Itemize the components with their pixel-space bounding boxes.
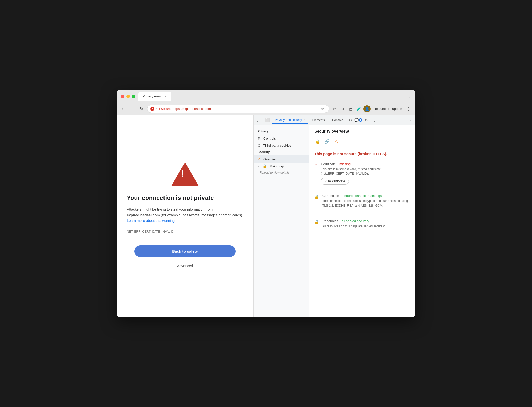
toolbar-icons: ✂ 🖨 ⬒ 🧪 👤 Relaunch to update ⋮	[331, 105, 412, 112]
navigation-bar: ← → ↻ ✕ Not Secure https://expired.badss…	[117, 103, 415, 115]
connection-body: Connection – secure connection settings …	[322, 194, 410, 210]
three-dot-menu-button[interactable]: ⋮	[405, 105, 412, 112]
certificate-status-link[interactable]: missing	[339, 162, 351, 166]
connection-dash: –	[340, 194, 343, 198]
tab-chevron-icon[interactable]: ⌄	[408, 94, 411, 98]
new-tab-button[interactable]: +	[173, 93, 180, 100]
security-warning-icon[interactable]: ⚠	[333, 138, 340, 145]
tab-console[interactable]: Console	[329, 117, 346, 123]
overview-nav-item[interactable]: ⚠ Overview	[254, 155, 309, 163]
devtools-left-panel: Privacy ⚙ Controls ⊙ Third-party cookies…	[254, 125, 309, 317]
resources-dash: –	[339, 219, 342, 223]
certificate-dash: –	[337, 162, 339, 166]
chat-badge: 1	[359, 118, 363, 122]
tab-privacy-label: Privacy and security	[275, 118, 302, 122]
tab-elements[interactable]: Elements	[309, 117, 328, 123]
back-to-safety-button[interactable]: Back to safety	[134, 245, 236, 257]
error-title: Your connection is not private	[127, 194, 243, 201]
controls-label: Controls	[263, 137, 276, 140]
devtools-panel: ⋮⋮ ⬜ Privacy and security × Elements Con…	[253, 115, 415, 317]
third-party-cookies-label: Third-party cookies	[263, 144, 291, 147]
print-icon[interactable]: 🖨	[339, 105, 346, 112]
third-party-cookies-nav-item[interactable]: ⊙ Third-party cookies	[254, 142, 309, 149]
certificate-title-text: Certificate	[321, 162, 336, 166]
connection-lock-icon: 🔒	[314, 194, 319, 210]
warning-triangle	[171, 162, 199, 186]
certificate-body: Certificate – missing This site is missi…	[321, 162, 410, 185]
cookies-icon: ⊙	[258, 143, 261, 147]
resources-body: Resources – all served securely All reso…	[322, 219, 410, 231]
avatar[interactable]: 👤	[363, 105, 371, 112]
error-page: Your connection is not private Attackers…	[117, 115, 253, 317]
security-link-icon[interactable]: 🔗	[323, 138, 331, 145]
tab-close-button[interactable]: ×	[163, 94, 167, 98]
forward-button[interactable]: →	[129, 105, 136, 112]
overview-warning-icon: ⚠	[258, 157, 261, 161]
error-desc-pre: Attackers might be trying to steal your …	[127, 207, 213, 211]
main-origin-chevron-icon: ▼	[258, 165, 260, 168]
security-icons-row: 🔒 🔗 ⚠	[314, 138, 410, 148]
devtools-device-icon[interactable]: ⬜	[264, 117, 271, 124]
privacy-section-label: Privacy	[254, 128, 309, 135]
not-secure-badge: ✕ Not Secure	[150, 107, 171, 111]
certificate-section: ⚠ Certificate – missing This site is mis…	[314, 162, 410, 185]
refresh-button[interactable]: ↻	[138, 105, 145, 112]
devtools-more-icon[interactable]: ⋮	[371, 117, 378, 124]
error-desc-bold: expired.badssl.com	[127, 213, 160, 217]
close-traffic-light[interactable]	[121, 95, 124, 98]
browser-tab[interactable]: Privacy error ×	[138, 92, 171, 101]
maximize-traffic-light[interactable]	[132, 95, 135, 98]
view-certificate-button[interactable]: View certificate	[321, 178, 349, 185]
main-origin-lock-icon: 🔒	[263, 164, 267, 168]
overview-label: Overview	[263, 157, 277, 161]
scissors-icon[interactable]: ✂	[331, 105, 338, 112]
tab-area: Privacy error × +	[138, 92, 405, 101]
connection-desc: The connection to this site is encrypted…	[322, 199, 410, 208]
browser-window: Privacy error × + ⌄ ← → ↻ ✕ Not Secure h…	[117, 90, 415, 317]
error-desc-mid: (for example, passwords, messages or cre…	[160, 213, 243, 217]
devtools-close-button[interactable]: ×	[407, 117, 413, 123]
traffic-lights	[121, 95, 135, 98]
minimize-traffic-light[interactable]	[126, 95, 130, 98]
certificate-desc: This site is missing a valid, trusted ce…	[321, 167, 410, 176]
security-lock-icon[interactable]: 🔒	[314, 138, 321, 145]
main-content: Your connection is not private Attackers…	[117, 115, 415, 317]
reload-label: Reload to view details	[260, 171, 289, 174]
not-secure-label: Not Secure	[155, 107, 171, 111]
resources-title: Resources – all served securely	[322, 219, 410, 223]
error-triangle-icon	[171, 162, 199, 186]
connection-title-text: Connection	[322, 194, 339, 198]
learn-more-link[interactable]: Learn more about this warning	[127, 219, 175, 223]
error-description: Attackers might be trying to steal your …	[127, 207, 243, 223]
chat-button[interactable]: 💬 1	[355, 117, 362, 124]
back-button[interactable]: ←	[120, 105, 127, 112]
certificate-warning-icon: ⚠	[314, 163, 318, 185]
tab-privacy-close-icon[interactable]: ×	[303, 118, 305, 121]
reload-to-view-details: Reload to view details	[254, 170, 309, 176]
devtools-right-panel: Security overview 🔒 🔗 ⚠ This page is not…	[309, 125, 415, 317]
resources-section: 🔒 Resources – all served securely All re…	[314, 219, 410, 231]
tab-privacy-and-security[interactable]: Privacy and security ×	[272, 117, 308, 124]
devtools-inspect-icon[interactable]: ⋮⋮	[256, 117, 263, 124]
not-secure-x-icon: ✕	[150, 107, 154, 111]
lab-icon[interactable]: 🧪	[355, 105, 362, 112]
advanced-button[interactable]: Advanced	[173, 262, 197, 270]
main-origin-nav-item[interactable]: ▼ 🔒 Main origin	[254, 163, 309, 170]
security-divider-2	[314, 215, 410, 215]
connection-status-link[interactable]: secure connection settings	[343, 194, 382, 198]
tab-console-label: Console	[332, 118, 343, 122]
address-bar[interactable]: ✕ Not Secure https://expired.badssl.com …	[147, 105, 329, 113]
title-bar: Privacy error × + ⌄	[117, 90, 415, 103]
bookmark-icon[interactable]: ☆	[319, 105, 326, 112]
devtools-settings-icon[interactable]: ⚙	[363, 117, 370, 124]
relaunch-button[interactable]: Relaunch to update	[372, 106, 404, 112]
cast-icon[interactable]: ⬒	[347, 105, 354, 112]
certificate-title: Certificate – missing	[321, 162, 410, 166]
security-divider-1	[314, 190, 410, 190]
more-tabs-button[interactable]: >>	[347, 117, 354, 123]
connection-section: 🔒 Connection – secure connection setting…	[314, 194, 410, 210]
resources-status-link[interactable]: all served securely	[342, 219, 369, 223]
controls-nav-item[interactable]: ⚙ Controls	[254, 135, 309, 142]
tab-elements-label: Elements	[312, 118, 325, 122]
devtools-tab-bar: ⋮⋮ ⬜ Privacy and security × Elements Con…	[254, 115, 415, 125]
